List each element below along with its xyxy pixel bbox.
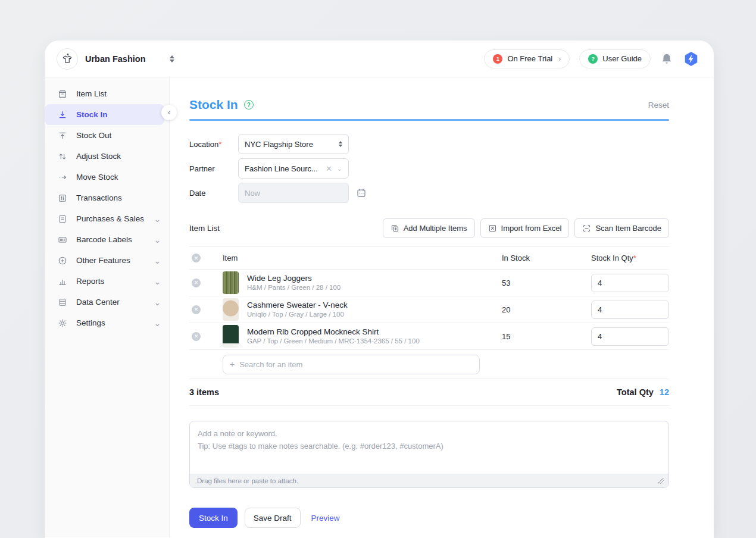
gear-icon xyxy=(58,318,67,328)
save-draft-button[interactable]: Save Draft xyxy=(245,508,301,528)
sidebar-item-label: Stock In xyxy=(76,110,156,119)
item-thumbnail xyxy=(223,271,239,294)
date-label: Date xyxy=(189,189,238,198)
table-row: ✕ Wide Leg Joggers H&M / Pants / Green /… xyxy=(189,270,669,296)
calendar-icon[interactable] xyxy=(356,187,367,198)
bell-icon[interactable] xyxy=(660,52,673,65)
sidebar-collapse-button[interactable]: ‹ xyxy=(161,105,177,120)
preview-button[interactable]: Preview xyxy=(311,514,340,523)
date-placeholder: Now xyxy=(245,189,342,198)
table-row: ✕ Cashmere Sweater - V-neck Uniqlo / Top… xyxy=(189,296,669,323)
sidebar-item-stock-in[interactable]: Stock In xyxy=(45,104,164,125)
item-thumbnail xyxy=(223,325,239,348)
barcode-icon xyxy=(58,235,67,245)
stock-in-button[interactable]: Stock In xyxy=(189,508,238,528)
chevron-down-icon: ⌄ xyxy=(154,318,161,328)
total-qty-label: Total Qty xyxy=(617,387,654,397)
scan-item-barcode-button[interactable]: Scan Item Barcode xyxy=(574,218,669,238)
qty-input[interactable] xyxy=(591,274,669,292)
user-guide-label: User Guide xyxy=(602,54,642,63)
note-input[interactable]: Add a note or keyword. Tip: Use #tags to… xyxy=(189,421,669,488)
sidebar-item-reports[interactable]: Reports ⌄ xyxy=(45,271,169,292)
sidebar-item-label: Purchases & Sales xyxy=(76,214,145,223)
item-table: ✕ Item In Stock Stock In Qty* ✕ Wide Leg… xyxy=(189,246,669,406)
item-attrs: H&M / Pants / Green / 28 / 100 xyxy=(247,283,340,292)
reset-button[interactable]: Reset xyxy=(648,101,669,110)
qty-input[interactable] xyxy=(591,327,669,346)
trial-badge: 1 xyxy=(493,54,502,64)
column-item: Item xyxy=(223,254,502,262)
workspace-hexagon-icon[interactable] xyxy=(683,51,699,67)
partner-select[interactable]: Fashion Line Sourc... ✕ ⌄ xyxy=(238,158,349,179)
arrow-down-tray-icon xyxy=(58,110,67,120)
remove-item-icon[interactable]: ✕ xyxy=(192,332,201,341)
date-input[interactable]: Now xyxy=(238,183,349,203)
sidebar-item-data-center[interactable]: Data Center ⌄ xyxy=(45,292,169,312)
clear-icon[interactable]: ✕ xyxy=(326,164,332,173)
square-arrows-icon xyxy=(58,193,67,203)
tshirt-icon xyxy=(61,53,73,65)
column-stock-in-qty: Stock In Qty* xyxy=(591,254,669,262)
plus-circle-icon xyxy=(58,256,67,265)
sidebar-item-other-features[interactable]: Other Features ⌄ xyxy=(45,250,169,271)
sidebar-item-purchases-sales[interactable]: Purchases & Sales ⌄ xyxy=(45,208,169,229)
workspace-switcher-icon[interactable] xyxy=(170,55,174,62)
dotted-arrow-right-icon xyxy=(58,173,67,182)
main-content: Stock In ? Reset Location* NYC Flagship … xyxy=(170,77,714,537)
bar-chart-icon xyxy=(58,277,67,286)
plus-icon: + xyxy=(230,359,235,369)
location-value: NYC Flagship Store xyxy=(245,140,339,149)
scan-frame-icon xyxy=(582,224,591,233)
sidebar-item-label: Stock Out xyxy=(76,131,161,140)
remove-item-icon[interactable]: ✕ xyxy=(192,305,201,314)
location-select[interactable]: NYC Flagship Store xyxy=(238,134,349,154)
brand: Urban Fashion xyxy=(57,48,174,70)
top-header: Urban Fashion 1 On Free Trial › ? User G… xyxy=(45,40,714,77)
user-guide-button[interactable]: ? User Guide xyxy=(579,49,651,68)
item-search-input[interactable]: + Search for an item xyxy=(223,355,480,374)
sidebar-item-transactions[interactable]: Transactions xyxy=(45,187,169,208)
copy-plus-icon xyxy=(391,224,399,233)
header-actions: 1 On Free Trial › ? User Guide xyxy=(484,49,699,68)
button-label: Scan Item Barcode xyxy=(595,224,661,233)
page-title: Stock In xyxy=(189,98,238,112)
sidebar-item-label: Barcode Labels xyxy=(76,235,145,244)
import-from-excel-button[interactable]: Import from Excel xyxy=(480,218,570,238)
sidebar-item-item-list[interactable]: Item List xyxy=(45,83,169,104)
sidebar-item-stock-out[interactable]: Stock Out xyxy=(45,125,169,146)
resize-handle-icon[interactable] xyxy=(658,478,664,484)
attachment-dropzone[interactable]: Drag files here or paste to attach. xyxy=(190,474,668,487)
sidebar-item-move-stock[interactable]: Move Stock xyxy=(45,167,169,187)
item-attrs: Uniqlo / Top / Gray / Large / 100 xyxy=(247,310,348,319)
location-label: Location* xyxy=(189,140,238,149)
add-multiple-items-button[interactable]: Add Multiple Items xyxy=(383,218,475,238)
arrows-up-down-icon xyxy=(58,152,67,161)
sidebar-item-label: Data Center xyxy=(76,298,145,306)
item-list-section-label: Item List xyxy=(189,224,220,233)
arrow-up-tray-icon xyxy=(58,131,67,140)
chevron-down-icon: ⌄ xyxy=(154,256,161,265)
free-trial-button[interactable]: 1 On Free Trial › xyxy=(484,49,570,68)
excel-x-square-icon xyxy=(488,224,497,233)
sidebar: Item List Stock In Stock Out Adjust Stoc… xyxy=(45,77,170,537)
sidebar-item-label: Move Stock xyxy=(76,173,161,182)
item-name: Modern Rib Cropped Mockneck Shirt xyxy=(247,327,420,337)
attach-hint: Drag files here or paste to attach. xyxy=(197,477,298,484)
summary-row: 3 items Total Qty 12 xyxy=(189,379,669,406)
trial-label: On Free Trial xyxy=(507,54,552,63)
help-icon[interactable]: ? xyxy=(244,100,254,110)
in-stock-value: 20 xyxy=(502,305,591,314)
remove-all-icon[interactable]: ✕ xyxy=(192,254,201,262)
sidebar-item-settings[interactable]: Settings ⌄ xyxy=(45,312,169,333)
qty-input[interactable] xyxy=(591,301,669,319)
button-label: Import from Excel xyxy=(501,224,562,233)
remove-item-icon[interactable]: ✕ xyxy=(192,279,201,287)
button-label: Add Multiple Items xyxy=(404,224,467,233)
item-name: Wide Leg Joggers xyxy=(247,273,340,283)
sidebar-item-barcode-labels[interactable]: Barcode Labels ⌄ xyxy=(45,229,169,250)
sidebar-item-adjust-stock[interactable]: Adjust Stock xyxy=(45,146,169,167)
sidebar-item-label: Item List xyxy=(76,89,161,98)
stock-in-form: Location* NYC Flagship Store Partner Fas… xyxy=(189,134,669,203)
brand-logo[interactable] xyxy=(57,48,78,70)
chevron-down-icon: ⌄ xyxy=(154,235,161,245)
